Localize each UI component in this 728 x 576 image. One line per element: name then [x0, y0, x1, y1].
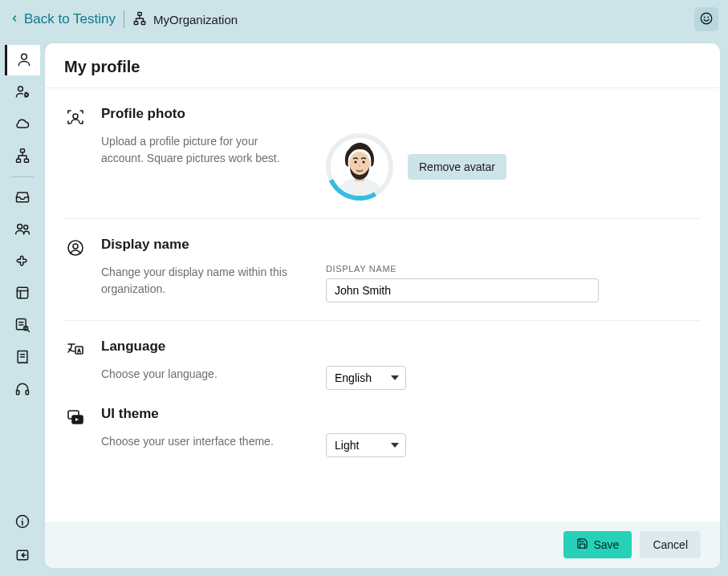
- svg-point-13: [24, 225, 28, 229]
- feedback-button[interactable]: [694, 7, 718, 31]
- section-heading: Language: [101, 339, 701, 355]
- smiley-icon: [699, 11, 714, 28]
- cloud-icon: [14, 116, 31, 134]
- section-description: Change your display name within this org…: [101, 264, 294, 298]
- display-name-input[interactable]: [326, 278, 599, 302]
- sidebar-item-templates[interactable]: [5, 278, 40, 309]
- sidebar-item-support[interactable]: [5, 375, 40, 405]
- section-heading: Display name: [101, 237, 701, 253]
- list-search-icon: [14, 317, 31, 335]
- collapse-icon: [14, 547, 31, 566]
- section-heading: Profile photo: [101, 106, 701, 122]
- save-icon: [576, 537, 588, 552]
- main-panel: My profile Profile photo Upload a profil…: [45, 43, 720, 568]
- inbox-icon: [14, 189, 31, 207]
- svg-point-6: [21, 54, 26, 59]
- sidebar-divider: [11, 176, 34, 177]
- plugin-icon: [14, 253, 31, 271]
- sidebar-item-cloud[interactable]: [5, 109, 40, 140]
- svg-point-28: [362, 160, 364, 163]
- svg-point-4: [704, 17, 705, 18]
- sidebar-item-billing[interactable]: [5, 343, 40, 373]
- cancel-button[interactable]: Cancel: [640, 531, 701, 558]
- svg-point-7: [18, 86, 23, 91]
- save-label: Save: [593, 538, 619, 551]
- back-label: Back to Testiny: [24, 11, 116, 27]
- template-icon: [14, 285, 31, 303]
- ui-theme-icon: [64, 406, 87, 427]
- language-icon: [64, 339, 87, 359]
- save-button[interactable]: Save: [563, 531, 632, 558]
- display-name-icon: [64, 237, 87, 258]
- section-profile-photo: Profile photo Upload a profile picture f…: [64, 88, 701, 219]
- panel-body: Profile photo Upload a profile picture f…: [45, 88, 720, 521]
- receipt-icon: [14, 349, 31, 367]
- svg-point-21: [73, 114, 78, 119]
- sidebar-item-profile[interactable]: [5, 45, 40, 75]
- svg-point-5: [708, 17, 709, 18]
- sidebar-item-inbox[interactable]: [5, 182, 40, 213]
- svg-point-27: [354, 160, 356, 163]
- divider: [124, 10, 124, 28]
- language-select[interactable]: English: [326, 366, 406, 390]
- field-label: DISPLAY NAME: [326, 264, 701, 274]
- section-language: Language Choose your language. English: [64, 321, 701, 398]
- panel-footer: Save Cancel: [45, 521, 720, 568]
- section-ui-theme: UI theme Choose your user interface them…: [64, 398, 701, 475]
- page-title: My profile: [45, 43, 720, 88]
- info-icon: [14, 513, 31, 532]
- theme-select[interactable]: Light: [326, 433, 406, 457]
- section-display-name: Display name Change your display name wi…: [64, 219, 701, 321]
- sidebar-item-organization[interactable]: [5, 141, 40, 172]
- sidebar-item-team[interactable]: [5, 214, 40, 245]
- svg-rect-18: [26, 390, 28, 394]
- users-icon: [14, 221, 31, 239]
- sidebar-item-user-settings[interactable]: [5, 77, 40, 107]
- org-tree-icon: [14, 148, 31, 166]
- sidebar: [0, 39, 45, 576]
- profile-photo-icon: [64, 106, 87, 127]
- svg-point-3: [701, 13, 712, 24]
- org-context[interactable]: MyOrganization: [132, 11, 238, 28]
- sidebar-item-collapse[interactable]: [5, 541, 40, 571]
- svg-rect-17: [17, 390, 19, 394]
- section-heading: UI theme: [101, 406, 701, 422]
- top-bar: Back to Testiny MyOrganization: [0, 0, 728, 39]
- svg-point-30: [73, 244, 78, 249]
- user-icon: [16, 51, 32, 70]
- org-name: MyOrganization: [153, 13, 238, 26]
- avatar[interactable]: [326, 133, 393, 201]
- svg-point-12: [18, 224, 22, 229]
- remove-avatar-button[interactable]: Remove avatar: [408, 154, 506, 180]
- org-tree-icon: [132, 11, 147, 28]
- sidebar-item-integrations[interactable]: [5, 246, 40, 277]
- avatar-image: [331, 138, 388, 196]
- section-description: Choose your language.: [101, 366, 294, 383]
- sidebar-item-audit[interactable]: [5, 310, 40, 341]
- headphones-icon: [14, 381, 31, 400]
- back-link[interactable]: Back to Testiny: [10, 11, 116, 27]
- user-gear-icon: [14, 83, 31, 102]
- chevron-left-icon: [10, 13, 19, 26]
- sidebar-item-info[interactable]: [5, 507, 40, 537]
- section-description: Choose your user interface theme.: [101, 433, 294, 450]
- section-description: Upload a profile picture for your accoun…: [101, 133, 294, 167]
- svg-rect-14: [17, 287, 27, 298]
